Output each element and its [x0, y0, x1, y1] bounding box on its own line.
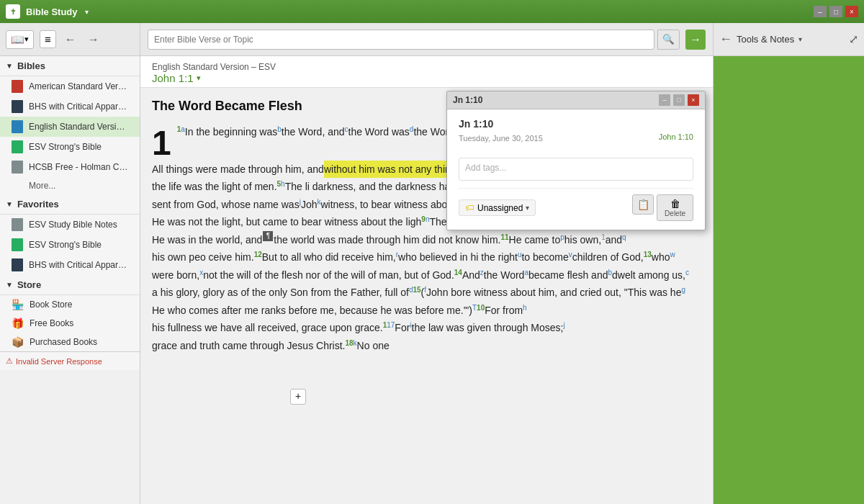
note-verse-ref: John 1:10	[659, 132, 693, 141]
note-tags-placeholder: Add tags...	[465, 163, 506, 173]
fn-u: u	[518, 248, 522, 266]
fn-v: v	[569, 248, 572, 266]
category-icon: 🏷	[465, 202, 474, 213]
note-tags-input[interactable]: Add tags...	[459, 158, 693, 181]
sidebar-toolbar: 📖 ▾ ≡ ← →	[0, 23, 140, 56]
note-meta: Jn 1:10 Tuesday, June 30, 2015 John 1:10	[459, 118, 693, 143]
verse-14-num: 14	[454, 266, 462, 284]
right-panel-toolbar: ← Tools & Notes ▾ ⤢	[714, 23, 864, 56]
bibles-label: Bibles	[17, 60, 45, 71]
paragraph-icon-2: ¶	[263, 231, 273, 241]
back-nav-btn[interactable]: ←	[62, 32, 79, 48]
fn-k: k	[317, 196, 320, 214]
fn-bb: b	[608, 266, 612, 284]
add-float-btn[interactable]: +	[290, 389, 306, 405]
sidebar-item-bookstore-label: Book Store	[30, 300, 72, 310]
fn-b: b	[277, 123, 282, 161]
note-date: Tuesday, June 30, 2015	[459, 134, 543, 143]
note-category-selector[interactable]: 🏷 Unassigned ▾	[459, 199, 536, 216]
sidebar-item-fav-bhs[interactable]: BHS with Critical Apparatu...	[0, 255, 140, 275]
note-minimize-btn[interactable]: –	[659, 94, 670, 106]
fn-i2: i	[410, 319, 411, 337]
sidebar-item-hcsb-label: HCSB Free - Holman Christ...	[29, 162, 130, 172]
status-icon: ⚠	[6, 356, 13, 366]
verse-16-num: 10	[477, 302, 485, 320]
sidebar-item-bhs-label: BHS with Critical Apparatu...	[29, 102, 130, 112]
app-title: Bible Study	[26, 6, 78, 17]
fn-w: w	[670, 248, 675, 266]
note-restore-btn[interactable]: □	[673, 94, 685, 106]
fn-r: r	[396, 248, 398, 266]
window-controls: – □ ×	[814, 6, 858, 17]
sidebar-item-hcsb[interactable]: HCSB Free - Holman Christ...	[0, 157, 140, 177]
chapter-number: 1	[152, 126, 171, 161]
sidebar-item-asv-label: American Standard Version...	[29, 81, 130, 91]
store-label: Store	[17, 279, 41, 290]
sidebar-item-fav-bhs-label: BHS with Critical Apparatu...	[29, 260, 130, 270]
bibles-arrow: ▼	[6, 62, 13, 70]
sidebar-item-fav-esv-strong[interactable]: ESV Strong's Bible	[0, 235, 140, 255]
navigate-btn[interactable]: →	[685, 30, 706, 50]
right-panel-expand-btn[interactable]: ⤢	[849, 32, 858, 46]
reference-dropdown-icon[interactable]: ▾	[197, 73, 201, 83]
book-icon-esv	[12, 120, 23, 133]
fn-k2: k	[354, 337, 357, 355]
reference-text: John 1:1	[152, 72, 194, 84]
bibles-section-header[interactable]: ▼ Bibles	[0, 56, 140, 76]
verse-15-num: 15	[413, 284, 420, 302]
sidebar-item-more[interactable]: More...	[0, 177, 140, 194]
verse-11-num: 11	[500, 231, 508, 249]
purchased-icon: 📦	[12, 336, 24, 348]
bible-reference[interactable]: John 1:1 ▾	[152, 72, 701, 84]
title-bar: ✝ Bible Study ▾ – □ ×	[0, 0, 864, 23]
search-input[interactable]	[148, 30, 654, 50]
sidebar-item-asv[interactable]: American Standard Version...	[0, 76, 140, 96]
note-actions: 📋 🗑 Delete	[632, 194, 693, 221]
fn-q: q	[622, 231, 626, 249]
verse-18-num: 18	[345, 337, 353, 355]
status-text: Invalid Server Response	[16, 357, 102, 366]
store-arrow: ▼	[6, 281, 13, 289]
sidebar-item-freebooks[interactable]: 🎁 Free Books	[0, 314, 140, 333]
store-section-header[interactable]: ▼ Store	[0, 275, 140, 295]
trash-icon: 🗑	[670, 198, 680, 210]
list-view-btn[interactable]: ≡	[40, 30, 56, 48]
search-btn[interactable]: 🔍	[657, 30, 680, 50]
favorites-section-header[interactable]: ▼ Favorites	[0, 194, 140, 215]
minimize-btn[interactable]: –	[814, 6, 827, 17]
sidebar-item-esv[interactable]: English Standard Version -...	[0, 117, 140, 137]
book-view-btn[interactable]: 📖 ▾	[6, 30, 34, 49]
fn-cc: c	[685, 266, 689, 284]
sidebar-item-esv-study[interactable]: ESV Study Bible Notes	[0, 215, 140, 235]
verse-12-num: 12	[254, 248, 262, 266]
sidebar-item-bhs[interactable]: BHS with Critical Apparatu...	[0, 96, 140, 117]
note-popup-controls: – □ ×	[659, 94, 699, 106]
note-popup: Jn 1:10 – □ × Jn 1:10 Tuesday, June 30, …	[446, 91, 706, 230]
fn-p: p	[560, 231, 564, 249]
note-delete-btn[interactable]: 🗑 Delete	[657, 194, 693, 221]
note-category-label: Unassigned	[477, 203, 523, 213]
fn-c: c	[345, 123, 348, 161]
category-dropdown-arrow[interactable]: ▾	[526, 204, 529, 212]
app-logo: ✝	[6, 4, 20, 19]
favorites-arrow: ▼	[6, 200, 13, 208]
forward-nav-btn[interactable]: →	[85, 32, 102, 48]
right-panel-dropdown-arrow[interactable]: ▾	[798, 35, 802, 43]
fn-g2: g	[681, 284, 685, 302]
sidebar-item-purchased[interactable]: 📦 Purchased Books	[0, 333, 140, 351]
fn-e2: f	[424, 284, 426, 302]
status-bar: ⚠ Invalid Server Response	[0, 351, 140, 370]
app-body: 📖 ▾ ≡ ← → ▼ Bibles American Standard Ver…	[0, 23, 864, 504]
sidebar-item-esv-strong[interactable]: ESV Strong's Bible	[0, 137, 140, 157]
book-icon-fav-esv-strong	[12, 238, 23, 251]
close-btn[interactable]: ×	[845, 6, 858, 17]
freebooks-icon: 🎁	[12, 318, 24, 329]
right-panel-back-btn[interactable]: ←	[719, 32, 732, 47]
book-icon-esv-strong	[12, 140, 23, 153]
note-copy-btn[interactable]: 📋	[632, 194, 654, 215]
fn-a: a	[181, 123, 185, 161]
restore-btn[interactable]: □	[829, 6, 842, 17]
sidebar-item-bookstore[interactable]: 🏪 Book Store	[0, 295, 140, 314]
title-dropdown-arrow[interactable]: ▾	[85, 8, 89, 16]
note-close-btn[interactable]: ×	[688, 94, 699, 106]
